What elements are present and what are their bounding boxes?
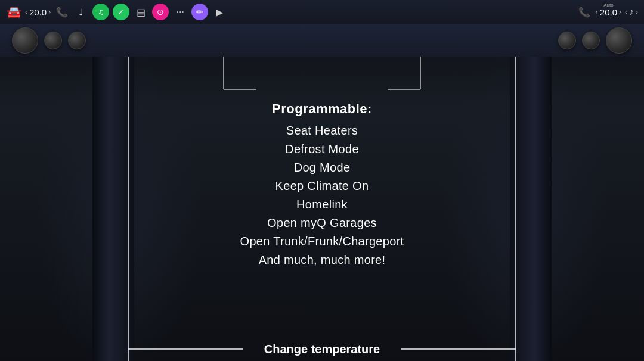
bottom-line-right <box>401 348 516 350</box>
feature-seat-heaters: Seat Heaters <box>286 124 358 138</box>
volume-icon: ♪ <box>629 7 634 17</box>
main-content: Programmable: Seat Heaters Defrost Mode … <box>128 54 516 337</box>
right-arrow-left: › <box>48 8 51 16</box>
feature-keep-climate: Keep Climate On <box>275 179 369 193</box>
menu-icon[interactable]: ▤ <box>133 4 148 20</box>
change-temperature-label: Change temperature <box>255 343 389 356</box>
feature-list: Seat Heaters Defrost Mode Dog Mode Keep … <box>240 124 404 267</box>
bottom-bar: Change temperature <box>0 337 644 361</box>
left-knob-group <box>12 27 86 54</box>
right-knob-small-2[interactable] <box>582 32 600 49</box>
spotify-icon[interactable]: ♫ <box>92 4 109 20</box>
speed-right: ‹ 20.0 › <box>596 7 621 17</box>
left-arrow-left: ‹ <box>25 8 27 16</box>
right-knob-large[interactable] <box>606 27 632 54</box>
speed-value-right: 20.0 <box>600 7 617 17</box>
dots-icon[interactable]: ··· <box>172 4 188 20</box>
left-knob-small-1[interactable] <box>44 32 62 49</box>
right-knob-small-1[interactable] <box>558 32 576 49</box>
play-icon[interactable]: ▶ <box>212 4 227 20</box>
speed-value-left: 20.0 <box>29 7 47 17</box>
top-bar: 🚘 ‹ 20.0 › 📞 ♩ ♫ ✓ ▤ ⊙ ··· ✏ ▶ 📞 Auto ‹ … <box>0 0 644 24</box>
feature-open-trunk: Open Trunk/Frunk/Chargeport <box>240 235 404 248</box>
right-arrow-right: › <box>619 8 621 16</box>
right-knob-group <box>558 27 632 54</box>
check-icon[interactable]: ✓ <box>113 4 129 20</box>
top-bar-left: 🚘 ‹ 20.0 › 📞 ♩ ♫ ✓ ▤ ⊙ ··· ✏ ▶ <box>6 4 227 20</box>
feature-defrost-mode: Defrost Mode <box>285 142 359 156</box>
edit-icon[interactable]: ✏ <box>191 4 208 20</box>
music-note-icon[interactable]: ♩ <box>73 4 89 20</box>
camera-icon[interactable]: ⊙ <box>152 4 169 20</box>
bottom-line-left <box>128 348 243 350</box>
top-bar-right: 📞 Auto ‹ 20.0 › ‹ ♪ › <box>577 4 638 20</box>
phone-icon[interactable]: 📞 <box>54 4 70 20</box>
car-icon: 🚘 <box>6 4 21 20</box>
feature-dog-mode: Dog Mode <box>294 161 351 175</box>
feature-open-myq: Open myQ Garages <box>267 216 377 230</box>
phone-right-icon[interactable]: 📞 <box>577 4 592 20</box>
feature-and-more: And much, much more! <box>259 253 386 267</box>
left-arrow-right: ‹ <box>596 8 598 16</box>
volume-control[interactable]: ‹ ♪ › <box>625 7 638 17</box>
speed-left: ‹ 20.0 › <box>25 7 51 17</box>
console-right <box>510 54 552 361</box>
left-knob-large[interactable] <box>12 27 38 54</box>
left-knob-small-2[interactable] <box>68 32 86 49</box>
programmable-title: Programmable: <box>272 101 372 117</box>
feature-homelink: Homelink <box>296 198 348 211</box>
auto-label: Auto <box>603 2 613 8</box>
knobs-bar <box>0 24 644 57</box>
